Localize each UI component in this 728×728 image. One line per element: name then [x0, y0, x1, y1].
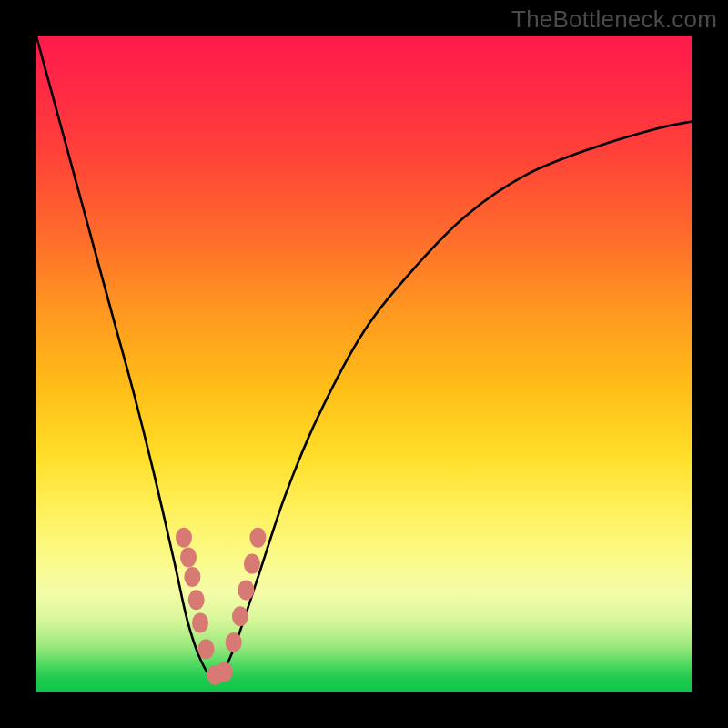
watermark-text: TheBottleneck.com — [511, 5, 717, 34]
plot-area — [36, 36, 692, 692]
chart-frame: TheBottleneck.com — [0, 0, 728, 728]
marker-dot — [192, 612, 208, 632]
marker-dot — [176, 528, 192, 548]
marker-dot — [249, 528, 266, 548]
bottleneck-curve — [36, 36, 692, 679]
curve-svg — [36, 36, 692, 692]
marker-dot — [217, 662, 233, 682]
marker-dot — [244, 554, 260, 574]
marker-dot — [198, 639, 215, 659]
marker-dots — [176, 528, 266, 685]
marker-dot — [226, 632, 242, 652]
marker-dot — [232, 606, 248, 626]
marker-dot — [180, 547, 197, 567]
marker-dot — [238, 580, 254, 600]
marker-dot — [184, 567, 200, 587]
marker-dot — [188, 590, 205, 610]
